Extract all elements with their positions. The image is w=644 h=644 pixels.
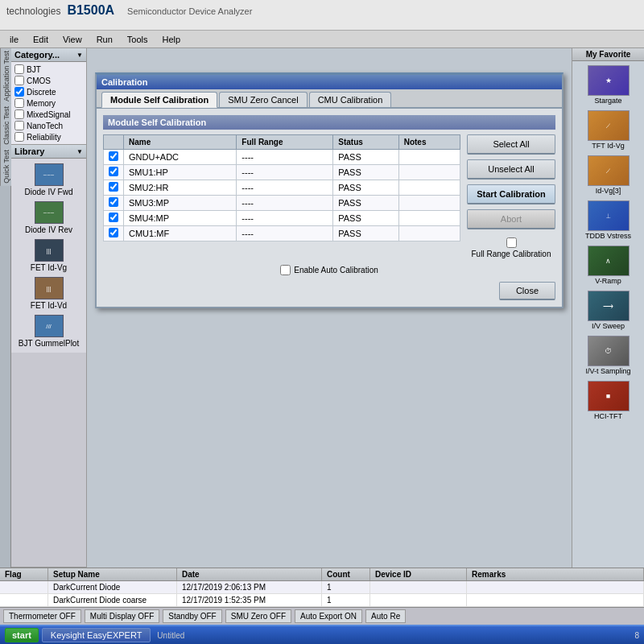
side-label-classic-test[interactable]: Classic Test	[0, 104, 11, 147]
menu-edit[interactable]: Edit	[27, 33, 55, 46]
fav-item-stargate[interactable]: ★ Stargate	[575, 64, 642, 106]
category-item-memory[interactable]: Memory	[11, 97, 86, 109]
row-notes-5	[398, 226, 460, 242]
fav-item-iv-sweep[interactable]: ⟶ I/V Sweep	[575, 289, 642, 332]
library-header[interactable]: Library ▼	[11, 145, 86, 159]
row-name-2: SMU2:HR	[124, 180, 237, 196]
menu-view[interactable]: View	[56, 33, 89, 46]
brand-model: B1500A	[67, 3, 114, 18]
select-all-button[interactable]: Select All	[467, 134, 555, 155]
taskbar-time: 8	[634, 631, 639, 640]
row-check-input-3[interactable]	[109, 197, 118, 207]
diode-fwd-icon: ~~~	[35, 163, 64, 186]
library-items: ~~~ Diode IV Fwd ~~~ Diode IV Rev ||| FE…	[11, 159, 86, 353]
fav-item-tddb[interactable]: ⟂ TDDB Vstress	[575, 199, 642, 242]
tab-module-self-cal[interactable]: Module Self Calibration	[101, 92, 217, 108]
library-item-bjt-gummel[interactable]: /// BJT GummelPlot	[13, 313, 85, 349]
taskbar-app-button[interactable]: Keysight EasyEXPERT	[42, 628, 151, 642]
unselect-all-button[interactable]: Unselect All	[467, 159, 555, 180]
tab-smu-zero-cancel[interactable]: SMU Zero Cancel	[219, 92, 307, 107]
library-item-diode-rev[interactable]: ~~~ Diode IV Rev	[13, 200, 85, 236]
results-row-2[interactable]: DarkCurrent Diode coarse 12/17/2019 1:52…	[0, 594, 644, 607]
row-status-2: PASS	[333, 180, 398, 196]
dialog-title: Calibration	[97, 75, 562, 89]
category-header[interactable]: Category... ▼	[11, 48, 86, 62]
stargate-icon: ★	[588, 65, 630, 96]
category-item-mixed[interactable]: MixedSignal	[11, 109, 86, 120]
row-check-input-4[interactable]	[109, 213, 118, 222]
menu-file[interactable]: ile	[3, 33, 25, 46]
side-label-quick-test[interactable]: Quick Test	[0, 147, 11, 186]
cal-row-1[interactable]: SMU1:HP ---- PASS	[104, 165, 460, 180]
center-area: Calibration Module Self Calibration SMU …	[87, 48, 572, 568]
fav-item-hci-tft[interactable]: ■ HCI-TFT	[575, 379, 642, 422]
taskbar-untitled[interactable]: Untitled	[157, 631, 184, 640]
v-ramp-icon: ∧	[588, 246, 630, 276]
col-date: Date	[177, 568, 322, 580]
multi-display-status: Multi Display OFF	[85, 609, 159, 623]
cal-row-5[interactable]: CMU1:MF ---- PASS	[104, 226, 460, 242]
row2-device	[370, 594, 467, 606]
library-item-diode-fwd[interactable]: ~~~ Diode IV Fwd	[13, 162, 85, 198]
results-row-1[interactable]: DarkCurrent Diode 12/17/2019 2:06:13 PM …	[0, 581, 644, 594]
ivt-sampling-icon: ⏱	[588, 336, 630, 366]
menu-help[interactable]: Help	[156, 33, 188, 46]
brand-company: technologies	[6, 6, 60, 17]
abort-button[interactable]: Abort	[467, 209, 555, 229]
auto-calibration-checkbox[interactable]	[280, 265, 291, 275]
category-checkbox-memory[interactable]	[14, 98, 24, 108]
menu-run[interactable]: Run	[90, 33, 119, 46]
favorite-items: ★ Stargate ⟋ TFT Id-Vg ⟋ Id-Vg[3] ⟂ TDDB…	[572, 61, 644, 568]
category-item-discrete[interactable]: Discrete	[11, 86, 86, 97]
device-bezel: technologies B1500A Semiconductor Device…	[0, 0, 644, 644]
row-notes-0	[398, 150, 460, 165]
start-button[interactable]: start	[5, 628, 39, 642]
tab-cmu-calibration[interactable]: CMU Calibration	[309, 92, 392, 107]
fav-item-ivt-sampling[interactable]: ⏱ I/V-t Sampling	[575, 334, 642, 377]
cal-row-3[interactable]: SMU3:MP ---- PASS	[104, 196, 460, 211]
row-checkbox-1	[104, 165, 124, 180]
side-label-app-test[interactable]: Application Test	[0, 48, 11, 104]
category-checkbox-discrete[interactable]	[14, 87, 24, 97]
row-check-input-1[interactable]	[109, 167, 118, 176]
row-check-input-5[interactable]	[109, 228, 118, 237]
fav-item-tft-id-vg[interactable]: ⟋ TFT Id-Vg	[575, 109, 642, 151]
standby-status: Standby OFF	[163, 609, 221, 623]
row-notes-3	[398, 196, 460, 211]
category-item-cmos[interactable]: CMOS	[11, 75, 86, 86]
row-name-5: CMU1:MF	[124, 226, 237, 242]
row-status-0: PASS	[333, 150, 398, 165]
cal-row-4[interactable]: SMU4:MP ---- PASS	[104, 211, 460, 226]
library-item-fet-id-vg[interactable]: ||| FET Id-Vg	[13, 237, 85, 274]
tft-id-vg-icon: ⟋	[588, 110, 630, 141]
fav-item-id-vg3[interactable]: ⟋ Id-Vg[3]	[575, 154, 642, 196]
dialog-tabs: Module Self Calibration SMU Zero Cancel …	[97, 89, 562, 109]
category-checkbox-nano[interactable]	[14, 121, 24, 130]
calibration-body: Name Full Range Status Notes	[103, 134, 555, 258]
category-item-bjt[interactable]: BJT	[11, 64, 86, 75]
cal-row-0[interactable]: GNDU+ADC ---- PASS	[104, 150, 460, 165]
full-range-check: Full Range Calibration	[467, 237, 555, 258]
fav-item-v-ramp[interactable]: ∧ V-Ramp	[575, 244, 642, 287]
cal-row-2[interactable]: SMU2:HR ---- PASS	[104, 180, 460, 196]
row-check-input-0[interactable]	[109, 151, 118, 161]
category-item-reliability[interactable]: Reliability	[11, 131, 86, 142]
category-item-nano[interactable]: NanoTech	[11, 120, 86, 131]
category-checkbox-bjt[interactable]	[14, 64, 24, 74]
brand-description: Semiconductor Device Analyzer	[127, 6, 252, 16]
category-checkbox-mixed[interactable]	[14, 109, 24, 119]
close-button[interactable]: Close	[499, 282, 555, 300]
category-checkbox-reliability[interactable]	[14, 132, 24, 142]
full-range-checkbox[interactable]	[506, 237, 517, 248]
menu-tools[interactable]: Tools	[121, 33, 155, 46]
category-checkbox-cmos[interactable]	[14, 76, 24, 85]
start-calibration-button[interactable]: Start Calibration	[467, 184, 555, 204]
row1-count: 1	[322, 581, 370, 593]
row-full-range-1: ----	[237, 165, 333, 180]
row-check-input-2[interactable]	[109, 182, 118, 192]
row-checkbox-0	[104, 150, 124, 165]
row-notes-4	[398, 211, 460, 226]
row2-date: 12/17/2019 1:52:35 PM	[177, 594, 322, 606]
library-item-fet-id-vd[interactable]: ||| FET Id-Vd	[13, 275, 85, 312]
bjt-gummel-icon: ///	[35, 315, 64, 337]
